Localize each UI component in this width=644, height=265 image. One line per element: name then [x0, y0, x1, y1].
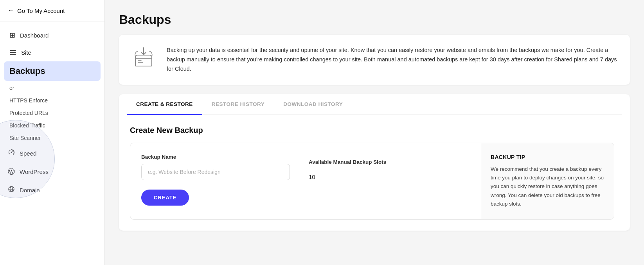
tip-panel: BACKUP TIP We recommend that you create … — [481, 143, 614, 219]
tip-text: We recommend that you create a backup ev… — [491, 165, 604, 208]
sidebar-item-domain-label: Domain — [20, 187, 40, 193]
domain-icon — [8, 186, 15, 194]
tab-restore-history[interactable]: RESTORE HISTORY — [202, 94, 274, 115]
info-banner: Backing up your data is essential for th… — [119, 35, 630, 85]
sidebar-item-manager-label: er — [9, 85, 14, 91]
svg-rect-2 — [10, 54, 16, 55]
tab-content-create-restore: Create New Backup Backup Name Available … — [127, 115, 622, 231]
sidebar-item-scanner-label: Site Scanner — [9, 135, 41, 141]
info-text: Backing up your data is essential for th… — [167, 46, 619, 74]
tip-title: BACKUP TIP — [491, 154, 604, 160]
tabs-header: CREATE & RESTORE RESTORE HISTORY DOWNLOA… — [127, 94, 622, 115]
sidebar-item-domain[interactable]: Domain — [0, 181, 104, 199]
svg-rect-5 — [135, 56, 152, 66]
sidebar-item-site-label: Site — [21, 49, 31, 56]
svg-rect-0 — [10, 50, 16, 51]
tabs-container: CREATE & RESTORE RESTORE HISTORY DOWNLOA… — [119, 94, 630, 231]
backup-form: Backup Name Available Manual Backup Slot… — [130, 143, 481, 219]
sidebar-item-speed-label: Speed — [20, 150, 36, 157]
speed-icon — [8, 149, 15, 158]
dashboard-icon: ⊞ — [9, 31, 15, 39]
go-to-my-account-button[interactable]: ← Go To My Account — [0, 0, 104, 21]
backup-name-label: Backup Name — [141, 154, 290, 160]
create-backup-section-title: Create New Backup — [130, 126, 614, 135]
tab-create-restore[interactable]: CREATE & RESTORE — [127, 94, 202, 115]
back-arrow-icon: ← — [8, 7, 14, 14]
sidebar-item-backups[interactable]: Backups — [4, 61, 101, 81]
sidebar: ← Go To My Account ⊞ Dashboard Site Back… — [0, 0, 105, 265]
sidebar-item-https-label: HTTPS Enforce — [9, 97, 48, 104]
main-content: Backups Backing up your data is essentia… — [105, 0, 644, 265]
sidebar-item-manager[interactable]: er — [0, 82, 104, 94]
form-row: Backup Name Available Manual Backup Slot… — [141, 154, 470, 180]
svg-rect-1 — [10, 52, 16, 53]
sidebar-item-protected-label: Protected URLs — [9, 110, 48, 116]
sidebar-item-site-scanner[interactable]: Site Scanner — [0, 132, 104, 144]
backup-form-card: Backup Name Available Manual Backup Slot… — [130, 143, 614, 220]
sidebar-item-wordpress[interactable]: Ⓦ WordPress — [0, 162, 104, 181]
backup-name-input[interactable] — [141, 164, 290, 180]
sidebar-nav: ⊞ Dashboard Site Backups er H — [0, 21, 104, 265]
sidebar-item-protected-urls[interactable]: Protected URLs — [0, 107, 104, 119]
tab-download-history[interactable]: DOWNLOAD HISTORY — [274, 94, 352, 115]
sidebar-item-https-enforce[interactable]: HTTPS Enforce — [0, 94, 104, 107]
sidebar-item-backups-label: Backups — [9, 66, 45, 76]
sidebar-item-speed[interactable]: Speed — [0, 144, 104, 162]
sidebar-item-blocked-traffic[interactable]: Blocked Traffic — [0, 119, 104, 132]
backup-box-icon — [130, 46, 157, 68]
sidebar-item-wordpress-label: WordPress — [20, 168, 49, 175]
sidebar-item-dashboard[interactable]: ⊞ Dashboard — [0, 26, 104, 44]
backup-name-field-group: Backup Name — [141, 154, 290, 180]
sidebar-item-site[interactable]: Site — [0, 44, 104, 61]
go-back-label: Go To My Account — [17, 7, 65, 14]
page-title: Backups — [119, 13, 630, 27]
sidebar-item-dashboard-label: Dashboard — [20, 32, 49, 39]
wordpress-icon: Ⓦ — [8, 167, 15, 176]
slots-value: 10 — [309, 169, 386, 180]
slots-field-group: Available Manual Backup Slots 10 — [309, 159, 386, 180]
slots-label: Available Manual Backup Slots — [309, 159, 386, 165]
site-icon — [9, 49, 16, 56]
sidebar-item-blocked-label: Blocked Traffic — [9, 122, 45, 129]
create-backup-button[interactable]: CREATE — [141, 190, 189, 206]
